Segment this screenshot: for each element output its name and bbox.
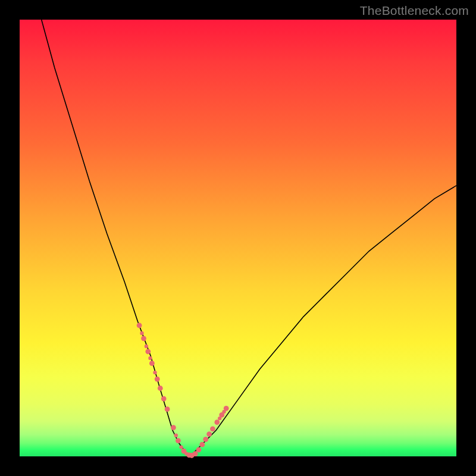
chart-frame: TheBottleneck.com <box>0 0 476 476</box>
highlight-dot <box>179 445 183 449</box>
highlight-dot <box>148 356 152 360</box>
highlight-dot <box>199 442 205 447</box>
highlight-dot <box>193 451 198 456</box>
highlight-dot <box>176 438 181 443</box>
highlight-dot <box>161 396 167 402</box>
highlight-dot <box>165 406 170 412</box>
highlight-dot <box>153 371 156 374</box>
highlight-dot <box>145 349 151 354</box>
highlight-dot <box>203 437 208 442</box>
chart-svg <box>20 20 456 456</box>
highlight-dot <box>137 322 142 328</box>
highlight-dot <box>174 434 178 437</box>
highlight-dot <box>149 361 155 366</box>
plot-area <box>20 20 456 456</box>
bottleneck-curve <box>42 20 456 456</box>
highlight-dot <box>171 425 176 430</box>
watermark-text: TheBottleneck.com <box>360 4 469 18</box>
highlight-dot <box>141 336 146 341</box>
highlight-dot <box>145 345 148 348</box>
highlight-dot <box>214 419 220 425</box>
highlight-dot <box>196 447 202 453</box>
highlight-dot <box>206 431 212 437</box>
highlight-dot <box>224 406 229 411</box>
highlight-dot <box>210 426 215 431</box>
highlight-dot <box>140 331 143 335</box>
highlight-dot <box>158 386 163 391</box>
highlight-dot <box>155 377 160 382</box>
